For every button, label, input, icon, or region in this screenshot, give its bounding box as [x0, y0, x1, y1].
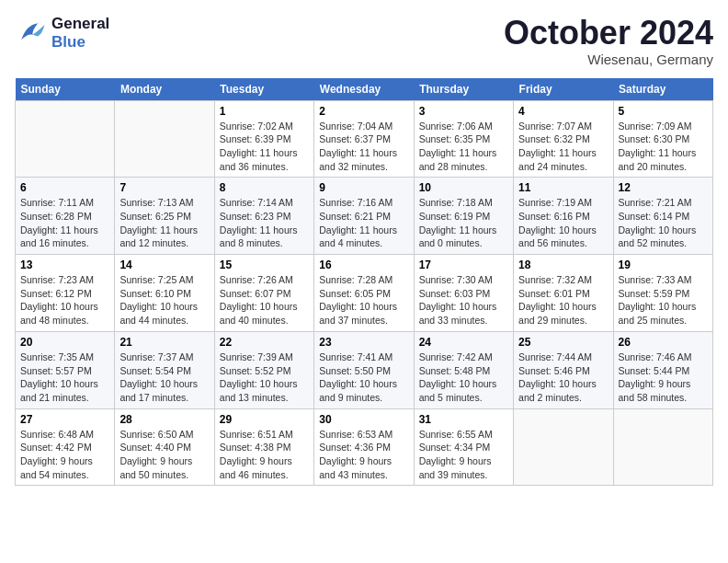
- calendar-cell: 26Sunrise: 7:46 AM Sunset: 5:44 PM Dayli…: [613, 331, 712, 408]
- day-number: 19: [619, 259, 708, 271]
- day-detail: Sunrise: 7:09 AM Sunset: 6:30 PM Dayligh…: [619, 120, 708, 174]
- calendar-cell: 29Sunrise: 6:51 AM Sunset: 4:38 PM Dayli…: [214, 408, 313, 486]
- calendar-cell: 19Sunrise: 7:33 AM Sunset: 5:59 PM Dayli…: [613, 255, 712, 332]
- day-number: 9: [319, 181, 408, 194]
- calendar-cell: 17Sunrise: 7:30 AM Sunset: 6:03 PM Dayli…: [414, 255, 513, 332]
- day-detail: Sunrise: 7:25 AM Sunset: 6:10 PM Dayligh…: [119, 273, 209, 327]
- day-detail: Sunrise: 7:11 AM Sunset: 6:28 PM Dayligh…: [20, 196, 109, 250]
- month-title: October 2024: [504, 15, 713, 52]
- day-number: 27: [20, 413, 109, 426]
- logo: General Blue: [15, 15, 109, 51]
- calendar-week-row: 6Sunrise: 7:11 AM Sunset: 6:28 PM Daylig…: [16, 178, 713, 255]
- calendar-cell: 20Sunrise: 7:35 AM Sunset: 5:57 PM Dayli…: [16, 331, 115, 408]
- day-number: 3: [419, 105, 508, 118]
- calendar-cell: 21Sunrise: 7:37 AM Sunset: 5:54 PM Dayli…: [115, 331, 214, 408]
- location: Wiesenau, Germany: [504, 52, 713, 67]
- day-detail: Sunrise: 7:21 AM Sunset: 6:14 PM Dayligh…: [619, 196, 708, 250]
- calendar-cell: 7Sunrise: 7:13 AM Sunset: 6:25 PM Daylig…: [115, 178, 214, 255]
- calendar-cell: 5Sunrise: 7:09 AM Sunset: 6:30 PM Daylig…: [613, 100, 712, 178]
- calendar-cell: 22Sunrise: 7:39 AM Sunset: 5:52 PM Dayli…: [214, 331, 313, 408]
- day-number: 26: [619, 336, 708, 349]
- day-detail: Sunrise: 7:28 AM Sunset: 6:05 PM Dayligh…: [319, 273, 408, 327]
- day-detail: Sunrise: 7:41 AM Sunset: 5:50 PM Dayligh…: [319, 350, 408, 405]
- day-number: 1: [220, 105, 309, 118]
- day-detail: Sunrise: 6:50 AM Sunset: 4:40 PM Dayligh…: [119, 428, 209, 482]
- day-detail: Sunrise: 7:14 AM Sunset: 6:23 PM Dayligh…: [220, 196, 309, 250]
- calendar-week-row: 13Sunrise: 7:23 AM Sunset: 6:12 PM Dayli…: [16, 255, 713, 332]
- day-number: 21: [119, 336, 209, 349]
- weekday-header-saturday: Saturday: [613, 78, 712, 101]
- calendar-cell: 9Sunrise: 7:16 AM Sunset: 6:21 PM Daylig…: [314, 178, 414, 255]
- day-number: 5: [619, 105, 708, 118]
- day-number: 20: [20, 336, 109, 349]
- weekday-header-wednesday: Wednesday: [314, 78, 414, 101]
- title-block: October 2024 Wiesenau, Germany: [504, 15, 713, 67]
- calendar-cell: 23Sunrise: 7:41 AM Sunset: 5:50 PM Dayli…: [314, 331, 414, 408]
- day-detail: Sunrise: 6:48 AM Sunset: 4:42 PM Dayligh…: [20, 428, 109, 482]
- day-number: 11: [518, 181, 608, 194]
- weekday-header-friday: Friday: [514, 78, 613, 101]
- day-number: 10: [419, 181, 508, 194]
- day-detail: Sunrise: 7:23 AM Sunset: 6:12 PM Dayligh…: [20, 273, 109, 327]
- day-number: 6: [20, 181, 109, 194]
- day-number: 15: [220, 259, 309, 271]
- calendar-cell: 2Sunrise: 7:04 AM Sunset: 6:37 PM Daylig…: [314, 100, 414, 178]
- day-number: 12: [619, 181, 708, 194]
- weekday-header-sunday: Sunday: [16, 78, 115, 101]
- day-number: 4: [518, 105, 608, 118]
- day-detail: Sunrise: 7:13 AM Sunset: 6:25 PM Dayligh…: [119, 196, 209, 250]
- calendar-cell: 18Sunrise: 7:32 AM Sunset: 6:01 PM Dayli…: [514, 255, 613, 332]
- calendar-cell: 30Sunrise: 6:53 AM Sunset: 4:36 PM Dayli…: [314, 408, 414, 486]
- day-number: 30: [319, 413, 408, 426]
- weekday-header-thursday: Thursday: [414, 78, 513, 101]
- calendar-cell: 10Sunrise: 7:18 AM Sunset: 6:19 PM Dayli…: [414, 178, 513, 255]
- page-header: General Blue October 2024 Wiesenau, Germ…: [15, 15, 713, 67]
- calendar-cell: [115, 100, 214, 178]
- calendar-cell: 1Sunrise: 7:02 AM Sunset: 6:39 PM Daylig…: [214, 100, 313, 178]
- day-detail: Sunrise: 7:39 AM Sunset: 5:52 PM Dayligh…: [220, 350, 309, 405]
- day-detail: Sunrise: 7:19 AM Sunset: 6:16 PM Dayligh…: [518, 196, 608, 250]
- day-detail: Sunrise: 7:07 AM Sunset: 6:32 PM Dayligh…: [518, 120, 608, 174]
- calendar-cell: 6Sunrise: 7:11 AM Sunset: 6:28 PM Daylig…: [16, 178, 115, 255]
- day-detail: Sunrise: 7:32 AM Sunset: 6:01 PM Dayligh…: [518, 273, 608, 327]
- calendar-cell: 13Sunrise: 7:23 AM Sunset: 6:12 PM Dayli…: [16, 255, 115, 332]
- day-number: 2: [319, 105, 408, 118]
- day-number: 16: [319, 259, 408, 271]
- calendar-cell: 3Sunrise: 7:06 AM Sunset: 6:35 PM Daylig…: [414, 100, 513, 178]
- calendar-cell: 25Sunrise: 7:44 AM Sunset: 5:46 PM Dayli…: [514, 331, 613, 408]
- day-number: 13: [20, 259, 109, 271]
- day-number: 29: [220, 413, 309, 426]
- calendar-cell: 15Sunrise: 7:26 AM Sunset: 6:07 PM Dayli…: [214, 255, 313, 332]
- day-detail: Sunrise: 7:42 AM Sunset: 5:48 PM Dayligh…: [419, 350, 508, 405]
- calendar-cell: 24Sunrise: 7:42 AM Sunset: 5:48 PM Dayli…: [414, 331, 513, 408]
- day-detail: Sunrise: 6:55 AM Sunset: 4:34 PM Dayligh…: [419, 428, 508, 482]
- calendar-week-row: 20Sunrise: 7:35 AM Sunset: 5:57 PM Dayli…: [16, 331, 713, 408]
- calendar-cell: 31Sunrise: 6:55 AM Sunset: 4:34 PM Dayli…: [414, 408, 513, 486]
- day-detail: Sunrise: 7:26 AM Sunset: 6:07 PM Dayligh…: [220, 273, 309, 327]
- weekday-header-row: SundayMondayTuesdayWednesdayThursdayFrid…: [16, 78, 713, 101]
- calendar-cell: 8Sunrise: 7:14 AM Sunset: 6:23 PM Daylig…: [214, 178, 313, 255]
- calendar-table: SundayMondayTuesdayWednesdayThursdayFrid…: [15, 78, 713, 487]
- calendar-cell: 28Sunrise: 6:50 AM Sunset: 4:40 PM Dayli…: [115, 408, 214, 486]
- day-number: 18: [518, 259, 608, 271]
- day-number: 23: [319, 336, 408, 349]
- calendar-cell: 12Sunrise: 7:21 AM Sunset: 6:14 PM Dayli…: [613, 178, 712, 255]
- calendar-week-row: 1Sunrise: 7:02 AM Sunset: 6:39 PM Daylig…: [16, 100, 713, 178]
- day-detail: Sunrise: 7:04 AM Sunset: 6:37 PM Dayligh…: [319, 120, 408, 174]
- calendar-cell: 4Sunrise: 7:07 AM Sunset: 6:32 PM Daylig…: [514, 100, 613, 178]
- calendar-cell: 11Sunrise: 7:19 AM Sunset: 6:16 PM Dayli…: [514, 178, 613, 255]
- day-number: 24: [419, 336, 508, 349]
- day-number: 8: [220, 181, 309, 194]
- calendar-week-row: 27Sunrise: 6:48 AM Sunset: 4:42 PM Dayli…: [16, 408, 713, 486]
- day-detail: Sunrise: 7:35 AM Sunset: 5:57 PM Dayligh…: [20, 350, 109, 405]
- logo-icon: [15, 17, 48, 50]
- calendar-cell: 14Sunrise: 7:25 AM Sunset: 6:10 PM Dayli…: [115, 255, 214, 332]
- day-detail: Sunrise: 7:06 AM Sunset: 6:35 PM Dayligh…: [419, 120, 508, 174]
- day-detail: Sunrise: 7:02 AM Sunset: 6:39 PM Dayligh…: [220, 120, 309, 174]
- calendar-cell: 16Sunrise: 7:28 AM Sunset: 6:05 PM Dayli…: [314, 255, 414, 332]
- day-number: 31: [419, 413, 508, 426]
- calendar-cell: [16, 100, 115, 178]
- day-number: 7: [119, 181, 209, 194]
- day-detail: Sunrise: 6:53 AM Sunset: 4:36 PM Dayligh…: [319, 428, 408, 482]
- day-number: 22: [220, 336, 309, 349]
